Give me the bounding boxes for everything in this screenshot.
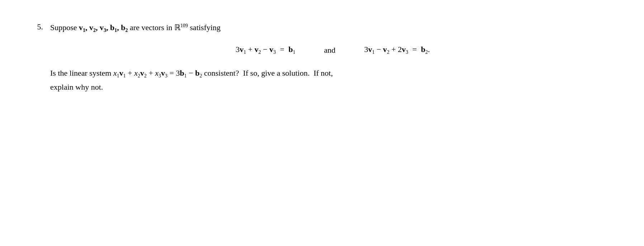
- eq2-rhs: b2.: [421, 45, 430, 55]
- problem-content: Suppose v1, v2, v3, b1, b2 are vectors i…: [50, 22, 615, 94]
- eq1-lhs: 3v1 + v2 − v3: [236, 45, 276, 55]
- question-block: Is the linear system x1v1 + x2v2 + x3v3 …: [50, 66, 606, 94]
- equation-2: 3v1 − v2 + 2v3 = b2.: [364, 45, 430, 55]
- eq1-equals: =: [278, 45, 286, 54]
- equation-1: 3v1 + v2 − v3 = b1: [236, 45, 295, 55]
- question-text-start: Is the linear system: [50, 68, 113, 77]
- eq2-equals: =: [410, 45, 418, 54]
- eq2-lhs: 3v1 − v2 + 2v3: [364, 45, 408, 55]
- eq1-rhs: b1: [289, 45, 295, 55]
- equations-block: 3v1 + v2 − v3 = b1 and 3v1 − v2 + 2v3 = …: [50, 45, 615, 55]
- connector: and: [324, 46, 336, 55]
- intro-line: Suppose v1, v2, v3, b1, b2 are vectors i…: [50, 22, 615, 34]
- vector-list: v1, v2, v3, b1, b2: [79, 23, 130, 32]
- problem-number: 5.: [29, 22, 43, 32]
- question-system: x1v1 + x2v2 + x3v3 = 3b1 − b2: [113, 68, 202, 77]
- problem-container: 5. Suppose v1, v2, v3, b1, b2 are vector…: [29, 22, 615, 94]
